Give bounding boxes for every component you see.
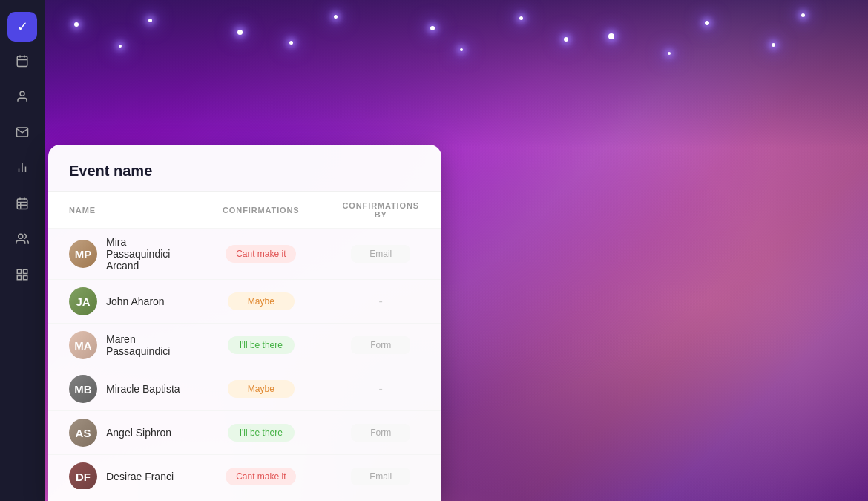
status-badge[interactable]: Cant make it xyxy=(226,245,296,263)
sidebar-item-grid[interactable] xyxy=(7,261,37,291)
person-cell: MA Maren Passaquindici xyxy=(69,331,181,359)
svg-rect-18 xyxy=(24,275,27,279)
light-dot xyxy=(564,37,568,42)
light-dot xyxy=(289,41,293,45)
group-icon xyxy=(16,232,29,249)
sidebar-item-group[interactable] xyxy=(7,226,37,255)
table-row[interactable]: MP Mira Passaquindici Arcand Cant make i… xyxy=(48,229,441,280)
conf-by-dash: - xyxy=(341,295,421,308)
calendar2-icon xyxy=(16,197,29,214)
avatar: MA xyxy=(69,331,97,359)
svg-rect-0 xyxy=(17,56,27,67)
person-name: Miracle Baptista xyxy=(106,383,180,395)
guests-table: NAME CONFIRMATIONS CONFIRMATIONS BY MP M… xyxy=(48,192,441,489)
col-name: NAME xyxy=(48,192,202,229)
person-cell: DF Desirae Franci xyxy=(69,462,181,489)
table-row[interactable]: MA Maren Passaquindici I'll be thereForm xyxy=(48,324,441,367)
light-dot xyxy=(608,33,614,39)
status-cell[interactable]: Cant make it xyxy=(202,229,320,280)
avatar-initials: DF xyxy=(69,462,97,489)
col-confirmations-by: CONFIRMATIONS BY xyxy=(320,192,441,229)
conf-by-badge: Email xyxy=(351,245,410,263)
page-title: Event name xyxy=(69,163,421,180)
avatar: AS xyxy=(69,419,97,447)
table-row[interactable]: DF Desirae Franci Cant make itEmail xyxy=(48,455,441,490)
light-dot xyxy=(334,15,338,19)
conf-by-cell: - xyxy=(320,280,441,324)
status-badge[interactable]: Maybe xyxy=(228,292,295,310)
table-row[interactable]: MB Miracle Baptista Maybe- xyxy=(48,367,441,411)
status-cell[interactable]: Maybe xyxy=(202,367,320,411)
avatar: MB xyxy=(69,375,97,403)
name-cell: MA Maren Passaquindici xyxy=(48,324,202,367)
table-header-row: NAME CONFIRMATIONS CONFIRMATIONS BY xyxy=(48,192,441,229)
conf-by-dash: - xyxy=(341,382,421,396)
sidebar-item-chart[interactable] xyxy=(7,154,37,184)
status-cell[interactable]: I'll be there xyxy=(202,411,320,455)
name-cell: DF Desirae Franci xyxy=(48,455,202,490)
person-cell: MP Mira Passaquindici Arcand xyxy=(69,236,181,272)
svg-rect-16 xyxy=(24,269,27,273)
avatar-initials: MB xyxy=(69,375,97,403)
conf-by-cell: Email xyxy=(320,229,441,280)
status-cell[interactable]: Maybe xyxy=(202,280,320,324)
conf-by-badge: Form xyxy=(351,336,410,354)
avatar-initials: JA xyxy=(69,287,97,315)
avatar: MP xyxy=(69,240,97,268)
avatar-initials: MA xyxy=(69,331,97,359)
sidebar-item-calendar2[interactable] xyxy=(7,190,37,220)
svg-rect-8 xyxy=(17,199,27,209)
light-dot xyxy=(705,21,709,25)
person-cell: JA John Aharon xyxy=(69,287,181,315)
light-dot xyxy=(237,30,243,35)
light-dot xyxy=(519,16,523,20)
conf-by-cell: Form xyxy=(320,324,441,367)
person-cell: MB Miracle Baptista xyxy=(69,375,181,403)
table-row[interactable]: AS Angel Siphron I'll be thereForm xyxy=(48,411,441,455)
avatar-initials: MP xyxy=(69,240,97,268)
status-badge[interactable]: Maybe xyxy=(228,380,295,398)
person-name: Maren Passaquindici xyxy=(106,333,181,357)
svg-rect-15 xyxy=(17,269,21,273)
sidebar-item-calendar[interactable] xyxy=(7,48,37,77)
check-icon: ✓ xyxy=(17,19,28,35)
status-badge[interactable]: I'll be there xyxy=(228,424,295,442)
name-cell: MP Mira Passaquindici Arcand xyxy=(48,229,202,280)
person-icon xyxy=(16,90,29,107)
person-name: Desirae Franci xyxy=(106,471,174,482)
table-container[interactable]: NAME CONFIRMATIONS CONFIRMATIONS BY MP M… xyxy=(48,192,441,489)
mail-icon xyxy=(16,125,29,143)
col-confirmations: CONFIRMATIONS xyxy=(202,192,320,229)
svg-point-4 xyxy=(20,91,24,96)
name-cell: AS Angel Siphron xyxy=(48,411,202,455)
table-row[interactable]: JA John Aharon Maybe- xyxy=(48,280,441,324)
conf-by-cell: - xyxy=(320,367,441,411)
ceiling-lights xyxy=(0,0,868,148)
status-cell[interactable]: Cant make it xyxy=(202,455,320,490)
status-badge[interactable]: Cant make it xyxy=(226,468,296,485)
conf-by-cell: Email xyxy=(320,455,441,490)
status-badge[interactable]: I'll be there xyxy=(228,336,295,354)
light-dot xyxy=(430,26,435,30)
light-dot xyxy=(74,22,79,27)
sidebar-item-person[interactable] xyxy=(7,83,37,113)
main-panel: Event name NAME CONFIRMATIONS CONFIRMATI… xyxy=(48,145,441,501)
light-dot xyxy=(148,19,152,22)
avatar: DF xyxy=(69,462,97,489)
svg-rect-17 xyxy=(17,275,21,279)
sidebar-item-check[interactable]: ✓ xyxy=(7,12,37,42)
person-name: John Aharon xyxy=(106,295,165,307)
light-dot xyxy=(119,45,122,48)
name-cell: JA John Aharon xyxy=(48,280,202,324)
conf-by-badge: Email xyxy=(351,468,410,485)
light-dot xyxy=(460,48,463,51)
grid-icon xyxy=(16,268,29,285)
panel-header: Event name xyxy=(48,145,441,192)
svg-point-14 xyxy=(19,234,23,238)
status-cell[interactable]: I'll be there xyxy=(202,324,320,367)
sidebar: ✓ xyxy=(0,0,45,501)
avatar-initials: AS xyxy=(69,419,97,447)
sidebar-item-mail[interactable] xyxy=(7,119,37,148)
person-name: Mira Passaquindici Arcand xyxy=(106,236,181,272)
light-dot xyxy=(668,52,671,55)
